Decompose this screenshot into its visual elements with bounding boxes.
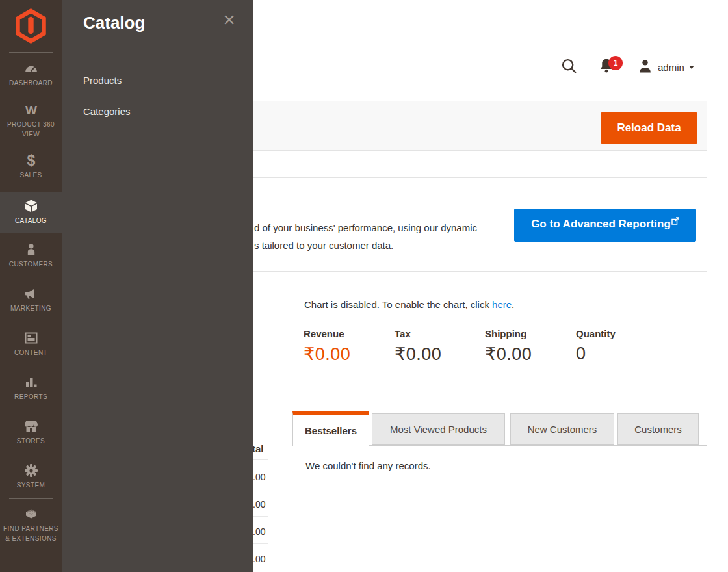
sidebar-item-marketing[interactable]: MARKETING bbox=[0, 286, 62, 314]
flyout-title: Catalog bbox=[83, 13, 145, 33]
total-quantity: Quantity 0 bbox=[576, 328, 664, 364]
brick-icon bbox=[0, 506, 62, 522]
occluded-table-cell: .00 bbox=[253, 554, 265, 564]
dashboard-tabs: Bestsellers Most Viewed Products New Cus… bbox=[292, 411, 707, 446]
gear-icon bbox=[0, 463, 62, 478]
admin-sidebar: DASHBOARD W PRODUCT 360 VIEW $ SALES CAT… bbox=[0, 0, 62, 572]
layout-icon bbox=[0, 330, 62, 346]
user-avatar-icon bbox=[637, 58, 653, 77]
go-to-advanced-reporting-button[interactable]: Go to Advanced Reporting bbox=[514, 209, 696, 242]
sidebar-item-customers[interactable]: CUSTOMERS bbox=[0, 242, 62, 270]
row-divider bbox=[254, 459, 268, 460]
occluded-table-cell: .00 bbox=[253, 499, 265, 510]
tab-customers[interactable]: Customers bbox=[618, 413, 699, 445]
menu-item-products[interactable]: Products bbox=[83, 75, 122, 86]
user-menu[interactable]: admin bbox=[637, 57, 694, 77]
username-label: admin bbox=[658, 62, 684, 73]
sidebar-divider bbox=[9, 498, 53, 499]
tab-new-customers[interactable]: New Customers bbox=[510, 413, 614, 445]
dollar-icon: $ bbox=[0, 153, 62, 168]
enable-chart-link[interactable]: here bbox=[492, 299, 512, 310]
box-icon bbox=[0, 198, 62, 214]
tax-label: Tax bbox=[395, 328, 482, 339]
sidebar-item-reports[interactable]: REPORTS bbox=[0, 374, 62, 402]
advanced-reporting-text-line2: s tailored to your customer data. bbox=[254, 240, 393, 251]
close-icon[interactable]: × bbox=[223, 9, 235, 30]
chart-notice-period: . bbox=[512, 299, 514, 310]
megaphone-icon bbox=[0, 286, 62, 302]
occluded-table-cell: .00 bbox=[253, 526, 265, 537]
sidebar-item-content[interactable]: CONTENT bbox=[0, 330, 62, 358]
bar-chart-icon bbox=[0, 374, 62, 390]
search-button[interactable] bbox=[560, 57, 578, 75]
sidebar-item-stores[interactable]: STORES bbox=[0, 419, 62, 447]
sidebar-item-dashboard[interactable]: DASHBOARD bbox=[0, 60, 62, 88]
revenue-label: Revenue bbox=[304, 328, 391, 339]
chevron-down-icon bbox=[689, 66, 694, 69]
catalog-flyout-menu: Catalog × Products Categories bbox=[62, 0, 254, 572]
notification-badge: 1 bbox=[608, 56, 623, 70]
sidebar-divider bbox=[9, 52, 53, 53]
tab-bestsellers[interactable]: Bestsellers bbox=[292, 411, 369, 446]
svg-text:$: $ bbox=[27, 153, 35, 168]
w-mark-icon: W bbox=[0, 102, 62, 118]
total-tax: Tax ₹0.00 bbox=[395, 328, 482, 365]
quantity-label: Quantity bbox=[576, 328, 664, 339]
person-icon bbox=[0, 242, 62, 257]
shipping-label: Shipping bbox=[485, 328, 573, 339]
sidebar-item-find-partners-extensions[interactable]: FIND PARTNERS & EXTENSIONS bbox=[0, 506, 62, 543]
advanced-reporting-button-label: Go to Advanced Reporting bbox=[531, 218, 671, 231]
reload-data-button[interactable]: Reload Data bbox=[601, 112, 697, 144]
menu-item-categories[interactable]: Categories bbox=[83, 106, 131, 117]
sidebar-item-system[interactable]: SYSTEM bbox=[0, 463, 62, 491]
total-shipping: Shipping ₹0.00 bbox=[485, 328, 573, 365]
external-link-icon bbox=[671, 215, 679, 228]
row-divider bbox=[254, 489, 268, 489]
row-divider bbox=[254, 571, 268, 571]
occluded-table-cell: .00 bbox=[253, 472, 265, 482]
tab-most-viewed-products[interactable]: Most Viewed Products bbox=[372, 413, 505, 445]
occluded-total-column-header: tal bbox=[252, 443, 264, 454]
notifications-button[interactable]: 1 bbox=[598, 57, 625, 78]
sidebar-item-catalog[interactable]: CATALOG bbox=[0, 192, 62, 233]
storefront-icon bbox=[0, 419, 62, 434]
chart-disabled-notice: Chart is disabled. To enable the chart, … bbox=[304, 299, 514, 310]
search-icon bbox=[560, 66, 578, 77]
sidebar-item-product-360-view[interactable]: W PRODUCT 360 VIEW bbox=[0, 102, 62, 139]
empty-records-message: We couldn't find any records. bbox=[306, 460, 431, 471]
magento-logo[interactable] bbox=[16, 8, 46, 44]
chart-notice-text: Chart is disabled. To enable the chart, … bbox=[304, 299, 492, 310]
revenue-value: ₹0.00 bbox=[304, 344, 391, 365]
sidebar-item-sales[interactable]: $ SALES bbox=[0, 153, 62, 181]
tax-value: ₹0.00 bbox=[395, 344, 482, 365]
svg-text:W: W bbox=[25, 103, 37, 117]
advanced-reporting-text-line1: d of your business' performance, using o… bbox=[254, 222, 477, 233]
row-divider bbox=[254, 516, 268, 517]
gauge-icon bbox=[0, 60, 62, 76]
shipping-value: ₹0.00 bbox=[485, 344, 573, 365]
row-divider bbox=[254, 543, 268, 544]
total-revenue: Revenue ₹0.00 bbox=[304, 328, 391, 365]
quantity-value: 0 bbox=[576, 344, 664, 364]
